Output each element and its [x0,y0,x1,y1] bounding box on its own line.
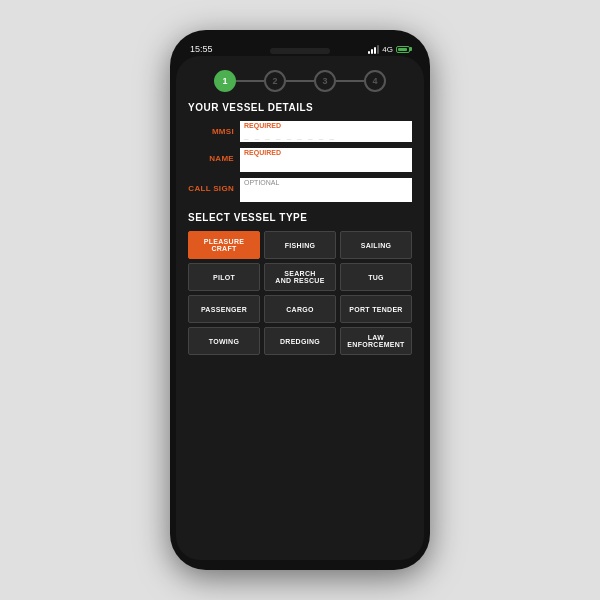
vessel-type-btn-7[interactable]: CARGO [264,295,336,323]
call-sign-input[interactable] [240,186,412,202]
screen: 1 2 3 4 YOUR VESSEL DETAILS MMSI REQUIRE… [176,56,424,560]
vessel-type-btn-8[interactable]: PORT TENDER [340,295,412,323]
network-label: 4G [382,45,393,54]
vessel-type-btn-1[interactable]: FISHING [264,231,336,259]
vessel-type-btn-3[interactable]: PILOT [188,263,260,291]
vessel-type-btn-10[interactable]: DREDGING [264,327,336,355]
name-input-wrap: REQUIRED [240,148,412,172]
vessel-type-btn-4[interactable]: SEARCH AND RESCUE [264,263,336,291]
step-line-1 [236,80,264,82]
vessel-type-grid: PLEASURE CRAFTFISHINGSAILINGPILOTSEARCH … [188,231,412,355]
name-input[interactable] [240,156,412,172]
vessel-type-title: SELECT VESSEL TYPE [188,212,412,223]
vessel-type-btn-2[interactable]: SAILING [340,231,412,259]
vessel-type-btn-5[interactable]: TUG [340,263,412,291]
vessel-type-btn-11[interactable]: LAW ENFORCEMENT [340,327,412,355]
vessel-type-section: SELECT VESSEL TYPE PLEASURE CRAFTFISHING… [188,212,412,355]
call-sign-label: CALL SIGN [188,178,240,193]
signal-icon [368,45,379,54]
stepper: 1 2 3 4 [188,70,412,92]
phone-frame: 15:55 4G 1 2 3 [170,30,430,570]
call-sign-optional-label: OPTIONAL [240,178,412,186]
vessel-type-btn-9[interactable]: TOWING [188,327,260,355]
step-4[interactable]: 4 [364,70,386,92]
status-bar: 15:55 4G [176,40,424,56]
vessel-type-btn-6[interactable]: PASSENGER [188,295,260,323]
name-row: NAME REQUIRED [188,148,412,172]
battery-icon [396,46,410,53]
step-line-3 [336,80,364,82]
call-sign-row: CALL SIGN OPTIONAL [188,178,412,202]
step-line-2 [286,80,314,82]
time-display: 15:55 [190,44,213,54]
step-1[interactable]: 1 [214,70,236,92]
name-label: NAME [188,148,240,163]
mmsi-row: MMSI REQUIRED _ _ _ _ _ _ _ _ _ [188,121,412,142]
mmsi-dashes: _ _ _ _ _ _ _ _ _ [240,129,412,142]
mmsi-label: MMSI [188,121,240,136]
vessel-details-title: YOUR VESSEL DETAILS [188,102,412,113]
mmsi-input-wrap: REQUIRED _ _ _ _ _ _ _ _ _ [240,121,412,142]
name-required-label: REQUIRED [240,148,412,156]
step-2[interactable]: 2 [264,70,286,92]
mmsi-required-label: REQUIRED [240,121,412,129]
vessel-type-btn-0[interactable]: PLEASURE CRAFT [188,231,260,259]
step-3[interactable]: 3 [314,70,336,92]
call-sign-input-wrap: OPTIONAL [240,178,412,202]
